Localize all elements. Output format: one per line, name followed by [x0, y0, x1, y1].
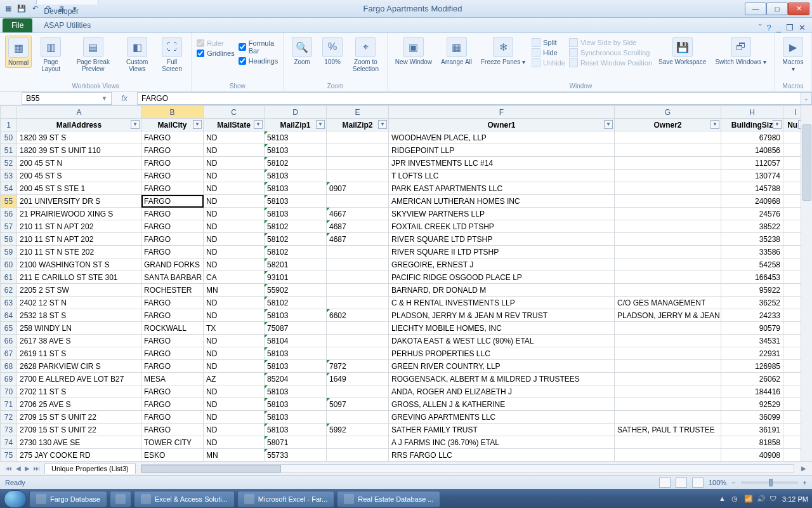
cell[interactable]: 126985	[721, 360, 783, 373]
cell[interactable]: 58103	[265, 144, 327, 157]
formula-input[interactable]: FARGO	[137, 92, 801, 105]
cell[interactable]: 145788	[721, 182, 783, 195]
file-tab[interactable]: File	[3, 18, 32, 32]
cell[interactable]: 58102	[265, 233, 327, 246]
cell[interactable]: BARNARD, DR DONALD M	[389, 284, 615, 297]
row-header[interactable]: 1	[1, 119, 17, 131]
cell[interactable]	[783, 208, 801, 220]
cell[interactable]	[783, 182, 801, 195]
cell[interactable]: 26062	[721, 373, 783, 385]
view-page-break-button[interactable]: ▤Page Break Preview	[70, 36, 116, 74]
cell[interactable]: T LOFTS LLC	[389, 170, 615, 182]
cell[interactable]	[615, 347, 721, 360]
cell[interactable]: 130774	[721, 170, 783, 182]
cell[interactable]: ROGGENSACK, ALBERT M & MILDRED J TRUSTEE…	[389, 373, 615, 385]
cell[interactable]	[327, 297, 389, 309]
row-header[interactable]: 71	[1, 398, 17, 411]
cell[interactable]: 58103	[265, 385, 327, 398]
cell[interactable]: 85204	[265, 373, 327, 385]
cell[interactable]: RRS FARGO LLC	[389, 449, 615, 462]
cell[interactable]: 35238	[721, 233, 783, 246]
macros-button[interactable]: ▶Macros ▾	[780, 36, 806, 74]
maximize-button[interactable]: □	[766, 3, 788, 15]
cell[interactable]: 5992	[327, 424, 389, 436]
cell[interactable]	[327, 246, 389, 258]
cell[interactable]: 184416	[721, 385, 783, 398]
cell[interactable]: ND	[204, 297, 265, 309]
cell[interactable]	[615, 322, 721, 335]
cell[interactable]: PLADSON, JERRY M & JEAN M REV TRUST	[389, 309, 615, 322]
field-header-Owner2[interactable]: Owner2▾	[615, 119, 721, 131]
cell[interactable]: ND	[204, 385, 265, 398]
cell[interactable]: ROCKWALL	[141, 322, 204, 335]
cell[interactable]: 2100 WASHINGTON ST S	[17, 258, 141, 271]
cell[interactable]: 112057	[721, 157, 783, 170]
cell[interactable]: SKYVIEW PARTNERS LLP	[389, 208, 615, 220]
cell[interactable]: 6602	[327, 309, 389, 322]
cell[interactable]: ND	[204, 144, 265, 157]
cell[interactable]: 4687	[327, 220, 389, 233]
cell[interactable]	[615, 398, 721, 411]
cell[interactable]	[327, 131, 389, 144]
cell[interactable]	[615, 373, 721, 385]
cell[interactable]: FARGO	[141, 144, 204, 157]
row-header[interactable]: 53	[1, 170, 17, 182]
cell[interactable]: PACIFIC RIDGE OSGOOD PLACE LP	[389, 271, 615, 284]
chk-formula-bar[interactable]: Formula Bar	[239, 39, 278, 55]
cell[interactable]: FARGO	[141, 157, 204, 170]
cell[interactable]: PERHUS PROPERTIES LLC	[389, 347, 615, 360]
cell[interactable]: ANDA, ROGER AND ELIZABETH J	[389, 385, 615, 398]
row-header[interactable]: 59	[1, 246, 17, 258]
cell[interactable]: WOODHAVEN PLACE, LLP	[389, 131, 615, 144]
cell[interactable]	[783, 284, 801, 297]
formula-expand-icon[interactable]: ⌄	[801, 92, 812, 105]
row-header[interactable]: 60	[1, 258, 17, 271]
cell[interactable]: FARGO	[141, 335, 204, 347]
cell[interactable]	[783, 131, 801, 144]
cell[interactable]: JPR INVESTMENTS LLC #14	[389, 157, 615, 170]
cell[interactable]: 58103	[265, 208, 327, 220]
cell[interactable]: LIECHTY MOBILE HOMES, INC	[389, 322, 615, 335]
start-button[interactable]	[4, 490, 27, 508]
cell[interactable]: 210 11 ST N STE 202	[17, 246, 141, 258]
cell[interactable]: AMERICAN LUTHERAN HOMES INC	[389, 195, 615, 208]
cell[interactable]: 34531	[721, 335, 783, 347]
cell[interactable]	[615, 258, 721, 271]
cell[interactable]	[783, 170, 801, 182]
save-workspace-button[interactable]: 💾Save Workspace	[656, 36, 709, 67]
col-header-C[interactable]: C	[204, 106, 265, 119]
cell[interactable]: ND	[204, 131, 265, 144]
field-header-MailState[interactable]: MailState▾	[204, 119, 265, 131]
close-button[interactable]: ✕	[788, 3, 809, 15]
cell[interactable]: ND	[204, 157, 265, 170]
cell[interactable]: 258 WINDY LN	[17, 322, 141, 335]
cell[interactable]: ND	[204, 309, 265, 322]
cell[interactable]: 58071	[265, 436, 327, 449]
cell[interactable]: 58102	[265, 220, 327, 233]
filter-icon[interactable]: ▾	[378, 120, 387, 129]
cell[interactable]: ND	[204, 233, 265, 246]
cell[interactable]: GRAND FORKS	[141, 258, 204, 271]
cell[interactable]: ND	[204, 436, 265, 449]
row-header[interactable]: 70	[1, 385, 17, 398]
tray-volume-icon[interactable]: 🔊	[757, 495, 766, 504]
taskbar-item[interactable]: Microsoft Excel - Far...	[237, 491, 334, 507]
tray-icon[interactable]: ◷	[731, 495, 740, 504]
cell[interactable]: ND	[204, 220, 265, 233]
row-header[interactable]: 56	[1, 208, 17, 220]
zoom-slider[interactable]	[741, 481, 798, 484]
col-header-B[interactable]: B	[141, 106, 204, 119]
hscroll-right-icon[interactable]: ▶	[799, 465, 808, 472]
row-header[interactable]: 67	[1, 347, 17, 360]
cell[interactable]: PARK EAST APARTMENTS LLC	[389, 182, 615, 195]
row-header[interactable]: 74	[1, 436, 17, 449]
cell[interactable]: 211 E CARILLO ST STE 301	[17, 271, 141, 284]
col-header-G[interactable]: G	[615, 106, 721, 119]
cell[interactable]: FARGO	[141, 246, 204, 258]
cell[interactable]: 36191	[721, 424, 783, 436]
view-custom-views-button[interactable]: ◧Custom Views	[120, 36, 154, 74]
view-layout-icon[interactable]	[676, 478, 687, 488]
cell[interactable]: 58102	[265, 297, 327, 309]
row-header[interactable]: 72	[1, 411, 17, 424]
cell[interactable]	[615, 271, 721, 284]
